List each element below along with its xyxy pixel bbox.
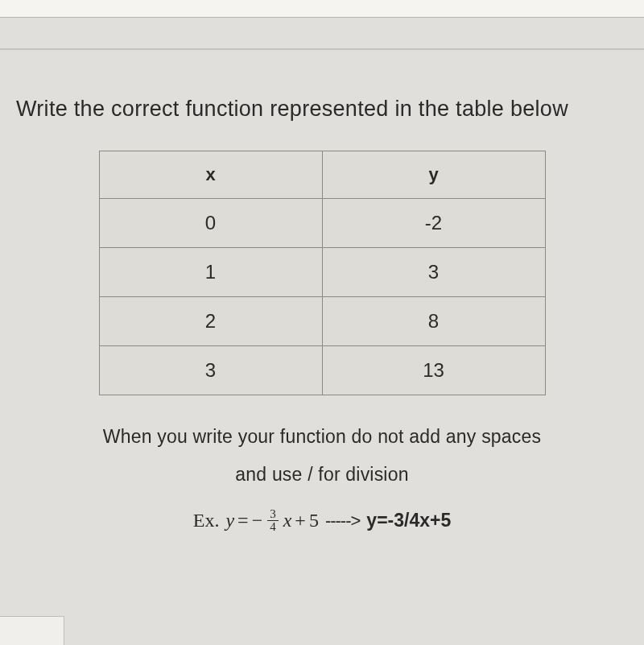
- math-plus: +: [295, 510, 306, 531]
- bottom-corner-panel: [0, 616, 64, 645]
- math-fraction: 3 4: [267, 508, 279, 533]
- arrow-icon: ----->: [325, 511, 360, 531]
- example-label: Ex.: [193, 510, 220, 531]
- table-header-row: x y: [99, 151, 545, 199]
- table-cell-y: 8: [322, 297, 545, 346]
- example-plain-equation: y=-3/4x+5: [366, 510, 451, 531]
- instruction-line-2: and use / for division: [16, 464, 628, 486]
- question-content: Write the correct function represented i…: [0, 97, 644, 533]
- math-equals: =: [237, 510, 249, 531]
- table-row: 0 -2: [99, 199, 545, 248]
- math-constant: 5: [309, 510, 319, 531]
- math-var-y: y: [225, 510, 234, 531]
- example-line: Ex. y = − 3 4 x + 5 -----> y=-3/4x+5: [16, 508, 628, 533]
- window-top-bar: [0, 0, 644, 18]
- math-var-x: x: [283, 510, 292, 531]
- fraction-denominator: 4: [267, 521, 279, 533]
- horizontal-divider: [0, 48, 644, 50]
- table-cell-x: 1: [99, 248, 322, 297]
- question-title: Write the correct function represented i…: [16, 97, 628, 122]
- table-row: 1 3: [99, 248, 545, 297]
- math-negative: −: [252, 510, 263, 531]
- table-cell-x: 2: [99, 297, 322, 346]
- table-header-y: y: [322, 151, 545, 199]
- fraction-numerator: 3: [267, 508, 279, 521]
- table-cell-x: 3: [99, 346, 322, 395]
- table-cell-y: 3: [322, 248, 545, 297]
- table-cell-y: 13: [322, 346, 545, 395]
- instruction-line-1: When you write your function do not add …: [16, 426, 628, 448]
- table-cell-y: -2: [322, 199, 545, 248]
- table-row: 2 8: [99, 297, 545, 346]
- function-table: x y 0 -2 1 3 2 8 3 13: [99, 151, 546, 395]
- example-math-expression: y = − 3 4 x + 5: [225, 508, 318, 533]
- table-row: 3 13: [99, 346, 545, 395]
- table-cell-x: 0: [99, 199, 322, 248]
- table-header-x: x: [99, 151, 322, 199]
